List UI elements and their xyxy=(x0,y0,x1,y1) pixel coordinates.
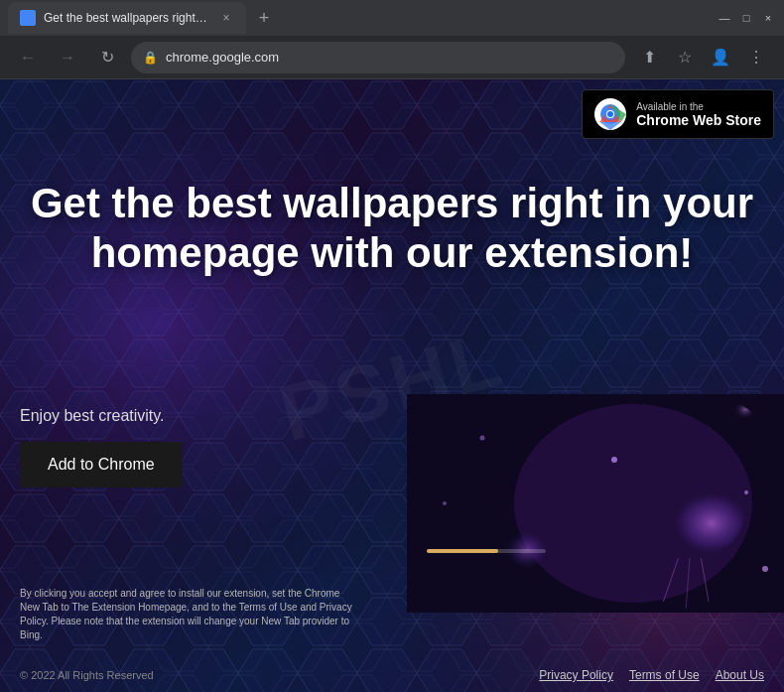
jellyfish-svg xyxy=(407,394,784,613)
bookmark-icon[interactable]: ☆ xyxy=(669,42,701,73)
add-to-chrome-button[interactable]: Add to Chrome xyxy=(20,442,183,487)
minimize-button[interactable]: — xyxy=(717,10,732,26)
reload-button[interactable]: ↻ xyxy=(91,42,123,73)
tab-favicon xyxy=(20,10,36,26)
svg-point-19 xyxy=(443,501,447,505)
chrome-web-store-badge[interactable]: Available in the Chrome Web Store xyxy=(582,89,774,139)
browser-frame: Get the best wallpapers right in y × + —… xyxy=(0,0,784,692)
footer-links: Privacy Policy Terms of Use About Us xyxy=(539,668,764,682)
maximize-button[interactable]: □ xyxy=(738,10,754,26)
nav-actions: ⬆ ☆ 👤 ⋮ xyxy=(633,42,772,73)
main-headline-container: Get the best wallpapers right in your ho… xyxy=(0,179,784,279)
tab-close-button[interactable]: × xyxy=(218,10,234,26)
svg-point-27 xyxy=(607,111,613,117)
window-controls: — □ × xyxy=(717,10,776,26)
progress-bar xyxy=(427,549,546,553)
svg-point-20 xyxy=(762,566,768,572)
page-content: PSHL xyxy=(0,79,784,692)
nav-bar: ← → ↻ 🔒 chrome.google.com ⬆ ☆ 👤 ⋮ xyxy=(0,36,784,79)
privacy-policy-link[interactable]: Privacy Policy xyxy=(539,668,613,682)
cws-available-text: Available in the xyxy=(636,101,761,112)
profile-icon[interactable]: 👤 xyxy=(705,42,736,73)
terms-of-use-link[interactable]: Terms of Use xyxy=(629,668,700,682)
chrome-logo xyxy=(594,98,626,130)
footer: © 2022 All Rights Reserved Privacy Polic… xyxy=(0,668,784,682)
tab-title: Get the best wallpapers right in y xyxy=(44,11,210,25)
cws-store-name: Chrome Web Store xyxy=(636,112,761,128)
jellyfish-image xyxy=(407,394,784,613)
svg-point-10 xyxy=(635,470,744,559)
title-bar: Get the best wallpapers right in y × + —… xyxy=(0,0,784,36)
address-bar[interactable]: 🔒 chrome.google.com xyxy=(131,42,625,73)
menu-icon[interactable]: ⋮ xyxy=(740,42,772,73)
forward-button[interactable]: → xyxy=(52,42,83,73)
back-button[interactable]: ← xyxy=(12,42,44,73)
address-text: chrome.google.com xyxy=(166,50,613,65)
svg-point-16 xyxy=(611,457,617,463)
cws-text: Available in the Chrome Web Store xyxy=(636,101,761,128)
lock-icon: 🔒 xyxy=(143,51,158,65)
svg-point-17 xyxy=(744,490,748,494)
share-icon[interactable]: ⬆ xyxy=(633,42,665,73)
about-us-link[interactable]: About Us xyxy=(716,668,764,682)
copyright-text: © 2022 All Rights Reserved xyxy=(20,669,154,681)
progress-fill xyxy=(427,549,498,553)
svg-point-12 xyxy=(698,402,757,452)
disclaimer-text: By clicking you accept and agree to inst… xyxy=(20,587,357,642)
svg-point-18 xyxy=(480,436,485,441)
svg-point-11 xyxy=(499,501,579,571)
new-tab-button[interactable]: + xyxy=(250,4,278,32)
main-headline: Get the best wallpapers right in your ho… xyxy=(20,179,764,279)
close-button[interactable]: × xyxy=(760,10,776,26)
subtitle: Enjoy best creativity. xyxy=(20,407,165,425)
browser-tab[interactable]: Get the best wallpapers right in y × xyxy=(8,2,246,34)
